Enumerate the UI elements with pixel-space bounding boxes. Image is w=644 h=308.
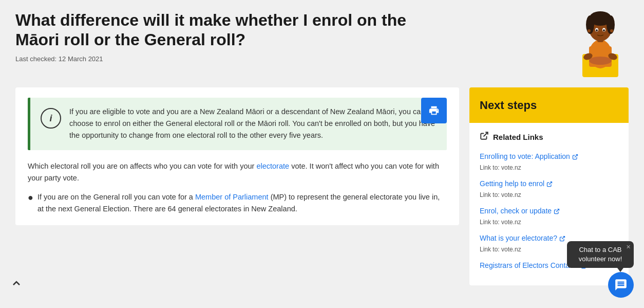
svg-point-5 [589, 57, 612, 65]
link-item-2: Enrol, check or update Link to: vote.nz [480, 206, 618, 227]
page-title: What difference will it make whether I e… [15, 10, 437, 50]
body-paragraph-1: Which electoral roll you are on affects … [28, 160, 447, 184]
chat-open-button[interactable] [608, 272, 634, 298]
external-link-icon-0 [572, 154, 578, 160]
bullet-text-1: If you are on the General roll you can v… [37, 191, 447, 215]
link-0[interactable]: Enrolling to vote: Application [480, 151, 618, 162]
electorate-link[interactable]: electorate [256, 162, 289, 170]
link-1[interactable]: Getting help to enrol [480, 178, 618, 189]
chat-close-button[interactable]: ✕ [626, 243, 631, 251]
print-button[interactable] [421, 98, 447, 123]
info-box-text: If you are eligible to vote and you are … [69, 106, 437, 142]
info-icon: i [41, 108, 61, 129]
external-link-icon-1 [546, 181, 553, 187]
chat-widget: ✕ Chat to a CAB volunteer now! [567, 241, 634, 298]
scroll-up-button[interactable] [10, 277, 23, 293]
svg-point-15 [588, 29, 591, 32]
character-svg [575, 5, 626, 77]
svg-line-17 [484, 132, 488, 136]
main-content: i If you are eligible to vote and you ar… [15, 87, 629, 285]
character-illustration [572, 5, 629, 77]
chat-bubble: ✕ Chat to a CAB volunteer now! [567, 241, 634, 268]
link-source-0: Link to: vote.nz [480, 163, 618, 172]
svg-line-18 [575, 154, 578, 157]
related-links-label: Related Links [493, 132, 543, 143]
link-item-0: Enrolling to vote: Application Link to: … [480, 151, 618, 172]
link-item-1: Getting help to enrol Link to: vote.nz [480, 178, 618, 200]
external-link-icon-2 [554, 208, 560, 214]
svg-point-13 [596, 29, 598, 31]
header-area: What difference will it make whether I e… [15, 10, 629, 77]
svg-point-16 [610, 29, 613, 32]
next-steps-box: Next steps [469, 87, 629, 123]
bullet-dot: ● [28, 192, 33, 204]
chat-bubble-text: Chat to a CAB volunteer now! [579, 246, 622, 263]
title-section: What difference will it make whether I e… [15, 10, 437, 64]
svg-line-20 [556, 209, 559, 212]
info-box: i If you are eligible to vote and you ar… [28, 98, 447, 150]
svg-line-21 [562, 236, 565, 239]
external-link-icon-3 [559, 235, 565, 242]
related-links-icon [480, 131, 489, 144]
bullet-item-1: ● If you are on the General roll you can… [28, 191, 447, 215]
content-area: i If you are eligible to vote and you ar… [15, 87, 459, 225]
svg-line-19 [549, 182, 552, 185]
svg-point-14 [603, 29, 605, 31]
page-wrapper: What difference will it make whether I e… [0, 0, 644, 308]
mp-link[interactable]: Member of Parliament [195, 193, 269, 201]
related-links-header: Related Links [480, 131, 618, 144]
next-steps-title: Next steps [480, 97, 618, 114]
link-source-2: Link to: vote.nz [480, 218, 618, 227]
last-checked: Last checked: 12 March 2021 [15, 54, 437, 64]
link-source-1: Link to: vote.nz [480, 190, 618, 200]
link-2[interactable]: Enrol, check or update [480, 206, 618, 216]
